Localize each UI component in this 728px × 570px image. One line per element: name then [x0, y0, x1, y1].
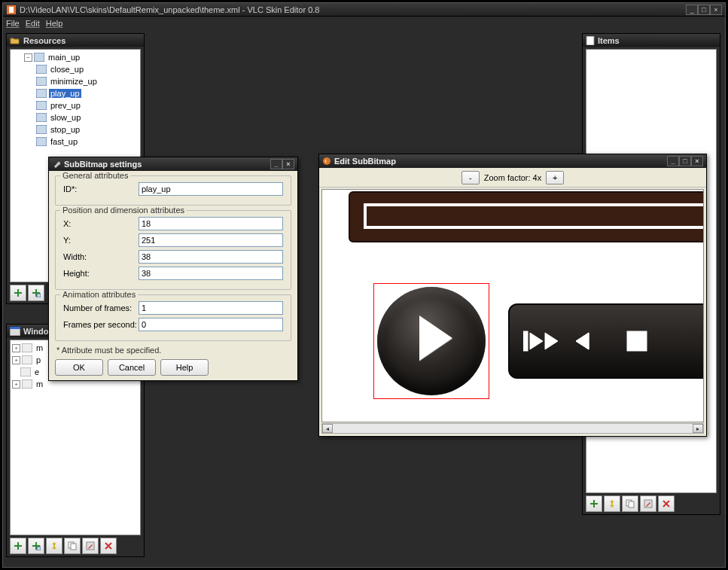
group-general: General attributes ID*:: [55, 175, 291, 206]
edit-subbitmap-titlebar[interactable]: Edit SubBitmap _ □ ×: [319, 154, 706, 168]
add-layout-button[interactable]: [28, 538, 44, 554]
rewind-icon: [576, 328, 609, 354]
subbitmap-settings-dialog[interactable]: SubBitmap settings _ × General attribute…: [48, 157, 298, 381]
cancel-button[interactable]: Cancel: [108, 359, 156, 376]
zoom-toolbar: - Zoom factor: 4x +: [319, 168, 706, 187]
delete-button[interactable]: [658, 495, 675, 512]
horizontal-scrollbar[interactable]: ◂ ▸: [321, 423, 704, 434]
width-label: Width:: [63, 252, 139, 261]
tree-node[interactable]: stop_up: [12, 123, 139, 136]
dialog-minimize-button[interactable]: _: [270, 159, 282, 169]
add-subbitmap-button[interactable]: [28, 285, 44, 301]
copy-button[interactable]: [622, 495, 638, 512]
fps-input[interactable]: [139, 318, 283, 331]
tree-node[interactable]: close_up: [12, 63, 139, 75]
edit-button[interactable]: [640, 495, 656, 512]
collapse-icon[interactable]: −: [24, 53, 32, 62]
svg-rect-31: [627, 331, 647, 351]
svg-rect-9: [36, 137, 47, 146]
bitmap-icon: [36, 113, 47, 122]
add-bitmap-button[interactable]: [10, 285, 26, 301]
zoom-out-button[interactable]: -: [461, 171, 480, 184]
tree-node-selected[interactable]: play_up: [12, 87, 139, 99]
delete-button[interactable]: [100, 538, 117, 554]
folder-icon: [10, 36, 20, 45]
bitmap-icon: [36, 125, 47, 134]
group-animation: Animation attributes Number of frames: F…: [55, 294, 291, 341]
maximize-button[interactable]: □: [698, 5, 710, 15]
svg-rect-19: [71, 544, 76, 550]
skin-bar-graphic: [349, 191, 704, 242]
tree-node[interactable]: fast_up: [12, 136, 139, 148]
y-input[interactable]: [139, 233, 283, 247]
tree-node-main[interactable]: − main_up: [12, 51, 139, 63]
edit-button[interactable]: [82, 538, 99, 554]
zoom-in-button[interactable]: +: [546, 171, 564, 184]
dialog-close-button[interactable]: ×: [282, 159, 294, 169]
id-input[interactable]: [139, 182, 283, 196]
move-button[interactable]: [604, 495, 620, 512]
menu-help[interactable]: Help: [46, 19, 63, 28]
window-icon: [10, 327, 20, 336]
height-input[interactable]: [139, 267, 283, 280]
svg-rect-14: [22, 355, 32, 364]
move-button[interactable]: [46, 538, 62, 554]
zoom-label: Zoom factor: 4x: [484, 173, 541, 182]
close-button[interactable]: ×: [710, 5, 722, 15]
window-icon: [22, 379, 32, 389]
windows-toolbar: [10, 537, 141, 555]
svg-rect-10: [37, 294, 41, 297]
y-label: Y:: [63, 236, 139, 245]
width-input[interactable]: [139, 250, 283, 264]
svg-rect-16: [22, 379, 32, 389]
scroll-track[interactable]: [333, 424, 693, 433]
selection-rect[interactable]: [373, 283, 489, 399]
x-label: X:: [63, 219, 139, 228]
tree-node[interactable]: prev_up: [12, 99, 139, 111]
tree-node[interactable]: slow_up: [12, 111, 139, 123]
dialog-titlebar[interactable]: SubBitmap settings _ ×: [49, 157, 297, 171]
app-titlebar[interactable]: D:\VideoLAN\VLC\skins\DefaultRemix_unpac…: [3, 3, 725, 17]
height-label: Height:: [63, 269, 139, 278]
preview-maximize-button[interactable]: □: [679, 156, 691, 166]
svg-rect-17: [37, 547, 41, 550]
preview-minimize-button[interactable]: _: [667, 156, 679, 166]
copy-button[interactable]: [64, 538, 81, 554]
bitmap-icon: [36, 65, 47, 74]
preview-close-button[interactable]: ×: [691, 156, 703, 166]
x-input[interactable]: [139, 217, 283, 230]
help-button[interactable]: Help: [160, 359, 209, 376]
svg-marker-27: [530, 333, 543, 349]
menu-file[interactable]: File: [6, 19, 20, 28]
ok-button[interactable]: OK: [55, 359, 103, 376]
items-title: Items: [583, 34, 720, 47]
svg-rect-5: [36, 89, 47, 98]
edit-subbitmap-window[interactable]: Edit SubBitmap _ □ × - Zoom factor: 4x +: [318, 154, 707, 437]
expand-icon[interactable]: +: [12, 356, 20, 364]
fps-label: Frames per second:: [63, 320, 139, 329]
bitmap-canvas[interactable]: [321, 189, 704, 422]
nframes-label: Number of frames:: [63, 303, 139, 312]
svg-marker-28: [545, 333, 558, 349]
bitmap-icon: [36, 137, 47, 146]
play-icon: [419, 315, 452, 361]
scroll-right-button[interactable]: ▸: [693, 424, 703, 433]
tree-node[interactable]: minimize_up: [12, 75, 139, 87]
expand-icon[interactable]: +: [12, 344, 20, 352]
expand-icon[interactable]: +: [12, 380, 20, 389]
scroll-left-button[interactable]: ◂: [322, 424, 333, 433]
bitmap-icon: [36, 101, 47, 110]
wrench-icon: [52, 160, 61, 169]
required-note: * Attribute must be specified.: [56, 346, 291, 355]
bitmap-icon: [36, 89, 47, 98]
add-button[interactable]: [586, 495, 602, 512]
minimize-button[interactable]: _: [686, 5, 698, 15]
menu-edit[interactable]: Edit: [26, 19, 40, 28]
svg-rect-12: [10, 327, 20, 329]
add-button[interactable]: [10, 538, 26, 554]
window-icon: [22, 343, 32, 352]
svg-rect-23: [629, 501, 634, 508]
nframes-input[interactable]: [139, 301, 283, 315]
svg-marker-30: [576, 333, 589, 349]
menubar: File Edit Help: [3, 17, 725, 30]
